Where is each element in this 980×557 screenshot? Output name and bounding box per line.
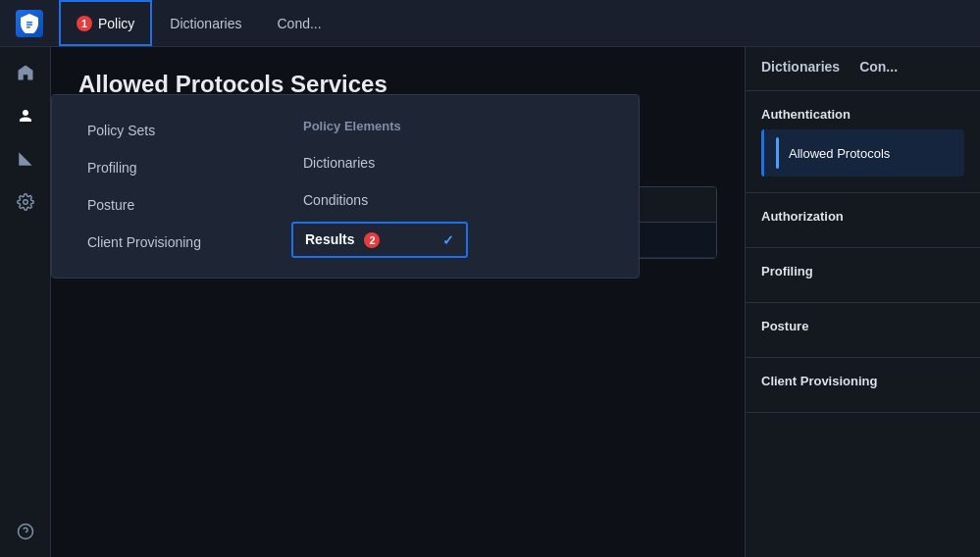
dropdown-left-col: Policy Sets Profiling Posture Client Pro… bbox=[76, 115, 252, 258]
sidebar-help-icon[interactable] bbox=[8, 514, 43, 549]
main-layout: Policy Sets Profiling Posture Client Pro… bbox=[0, 47, 980, 557]
sidebar-posture-section: Posture bbox=[746, 303, 980, 358]
dropdown-results[interactable]: Results 2 ✓ bbox=[291, 222, 468, 258]
nav-dictionaries[interactable]: Dictionaries bbox=[152, 0, 259, 46]
sidebar-home-icon[interactable] bbox=[8, 55, 43, 90]
right-sidebar-tab-dictionaries[interactable]: Dictionaries bbox=[761, 59, 840, 78]
results-badge: 2 bbox=[364, 232, 380, 248]
policy-badge: 1 bbox=[77, 16, 92, 31]
nav-items: 1 Policy Dictionaries Cond... bbox=[59, 0, 980, 46]
results-check-icon: ✓ bbox=[442, 232, 454, 248]
results-label: Results 2 bbox=[305, 231, 380, 248]
sidebar-auth-title: Authentication bbox=[761, 107, 964, 122]
sidebar-client-prov-section: Client Provisioning bbox=[746, 358, 980, 413]
active-indicator bbox=[776, 137, 779, 169]
svg-rect-2 bbox=[26, 26, 30, 28]
dropdown-conditions[interactable]: Conditions bbox=[291, 184, 468, 216]
dropdown-policy-sets[interactable]: Policy Sets bbox=[76, 115, 252, 146]
dropdown-client-provisioning[interactable]: Client Provisioning bbox=[76, 227, 252, 258]
sidebar-posture-title[interactable]: Posture bbox=[761, 319, 964, 333]
nav-dictionaries-label: Dictionaries bbox=[170, 16, 241, 31]
nav-conditions[interactable]: Cond... bbox=[260, 0, 339, 46]
dropdown-policy-elements-title: Policy Elements bbox=[291, 115, 468, 141]
dropdown-profiling[interactable]: Profiling bbox=[76, 152, 252, 183]
sidebar-profiling-title[interactable]: Profiling bbox=[761, 264, 964, 278]
dropdown-dictionaries[interactable]: Dictionaries bbox=[291, 147, 468, 178]
nav-policy-label: Policy bbox=[98, 16, 134, 31]
sidebar-client-prov-title[interactable]: Client Provisioning bbox=[761, 374, 964, 388]
logo-area bbox=[0, 10, 59, 37]
dropdown-right-col: Policy Elements Dictionaries Conditions … bbox=[291, 115, 468, 258]
right-sidebar-tab-conditions[interactable]: Con... bbox=[859, 59, 898, 78]
policy-dropdown: Policy Sets Profiling Posture Client Pro… bbox=[51, 94, 640, 278]
svg-point-3 bbox=[23, 200, 27, 205]
sidebar-settings-icon[interactable] bbox=[8, 184, 43, 220]
top-navigation: 1 Policy Dictionaries Cond... bbox=[0, 0, 980, 47]
sidebar-profiling-section: Profiling bbox=[746, 248, 980, 303]
sidebar-authz-section: Authorization bbox=[746, 193, 980, 248]
right-sidebar: Dictionaries Con... Authentication Allow… bbox=[745, 47, 980, 557]
right-sidebar-header: Dictionaries Con... bbox=[746, 47, 980, 91]
nav-policy[interactable]: 1 Policy bbox=[59, 0, 152, 46]
left-sidebar bbox=[0, 47, 51, 557]
sidebar-authz-title[interactable]: Authorization bbox=[761, 209, 964, 224]
allowed-protocols-label: Allowed Protocols bbox=[789, 146, 890, 161]
dropdown-posture[interactable]: Posture bbox=[76, 189, 252, 221]
sidebar-auth-section: Authentication Allowed Protocols bbox=[746, 91, 980, 193]
nav-conditions-label: Cond... bbox=[278, 16, 322, 31]
sidebar-chart-icon[interactable] bbox=[8, 141, 43, 177]
sidebar-user-icon[interactable] bbox=[8, 98, 43, 133]
app-logo-icon bbox=[16, 10, 43, 37]
svg-rect-0 bbox=[26, 22, 32, 24]
sidebar-allowed-protocols[interactable]: Allowed Protocols bbox=[761, 129, 964, 177]
svg-rect-1 bbox=[26, 24, 32, 25]
